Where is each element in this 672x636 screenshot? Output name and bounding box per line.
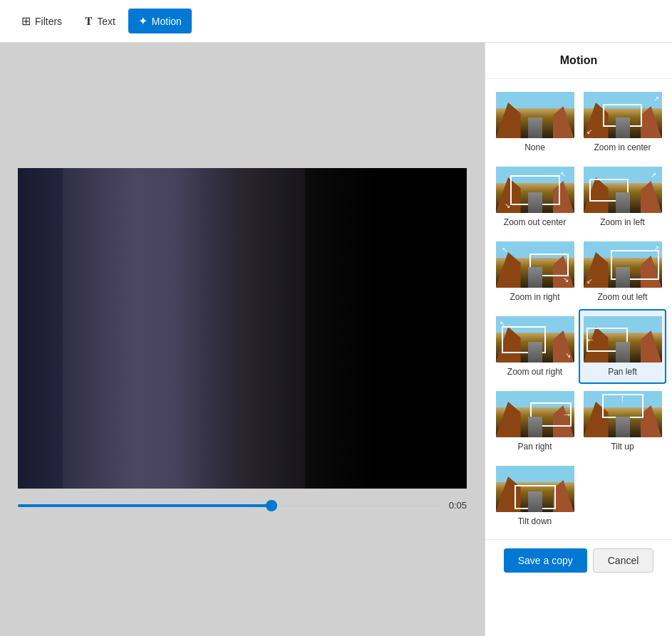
right-panel: Motion None ↗ ↙ — [485, 43, 672, 636]
motion-icon: ✦ — [138, 14, 148, 28]
motion-item-tilt-down[interactable]: ↓ Tilt down — [491, 459, 579, 533]
motion-label-zoom-out-right: Zoom out right — [507, 367, 562, 377]
timeline: 0:05 — [18, 500, 467, 511]
motion-item-zoom-in-left[interactable]: ↗ Zoom in left — [579, 160, 666, 234]
motion-thumb-zoom-out-left: ↗ ↙ — [584, 241, 662, 288]
motion-thumb-tilt-up: ↑ — [584, 391, 662, 437]
motion-label-zoom-in-center: Zoom in center — [594, 142, 651, 152]
motion-item-pan-right[interactable]: → Pan right — [491, 384, 579, 459]
motion-thumb-pan-left: ← — [584, 316, 662, 363]
motion-thumb-zoom-in-center: ↗ ↙ — [584, 92, 662, 138]
motion-label-zoom-out-center: Zoom out center — [504, 217, 566, 227]
motion-item-zoom-in-center[interactable]: ↗ ↙ Zoom in center — [579, 85, 666, 160]
motion-label-tilt-down: Tilt down — [518, 516, 552, 526]
scrubber-thumb[interactable] — [266, 500, 277, 511]
filters-button[interactable]: ⊞ Filters — [11, 9, 72, 33]
toolbar: ⊞ Filters 𝐓 Text ✦ Motion — [0, 0, 672, 43]
panel-bottom: Save a copy Cancel — [485, 539, 672, 581]
motion-label-pan-right: Pan right — [517, 442, 552, 452]
panel-title: Motion — [485, 43, 672, 79]
time-label: 0:05 — [449, 500, 467, 511]
motion-thumb-zoom-in-right: ↖ ↘ — [496, 241, 574, 288]
cancel-button[interactable]: Cancel — [593, 548, 654, 573]
video-container — [18, 168, 467, 489]
motion-label-zoom-out-left: Zoom out left — [597, 292, 647, 302]
filters-label: Filters — [35, 16, 62, 27]
motion-thumb-pan-right: → — [496, 391, 574, 437]
motion-item-pan-left[interactable]: ← Pan left — [579, 309, 666, 384]
scrubber-track[interactable] — [18, 504, 440, 507]
motion-item-zoom-out-left[interactable]: ↗ ↙ Zoom out left — [579, 234, 666, 309]
motion-item-none[interactable]: None — [491, 85, 579, 160]
save-copy-button[interactable]: Save a copy — [504, 548, 587, 573]
motion-item-zoom-out-right[interactable]: ↘ ↖ Zoom out right — [491, 309, 579, 384]
filters-icon: ⊞ — [21, 14, 31, 28]
motion-thumb-zoom-in-left: ↗ — [584, 167, 662, 213]
motion-label-tilt-up: Tilt up — [611, 442, 634, 452]
motion-label-none: None — [524, 142, 545, 152]
motion-thumb-zoom-out-right: ↘ ↖ — [496, 316, 574, 363]
scrubber-fill — [18, 504, 272, 507]
motion-thumb-zoom-out-center: ↖ ↘ — [496, 167, 574, 213]
motion-thumb-none — [496, 92, 574, 138]
motion-button[interactable]: ✦ Motion — [128, 9, 192, 33]
motion-label: Motion — [152, 16, 182, 27]
main-area: 0:05 Motion None ↗ — [0, 43, 672, 636]
motion-thumb-tilt-down: ↓ — [496, 466, 574, 512]
motion-label-zoom-in-right: Zoom in right — [510, 292, 559, 302]
video-area: 0:05 — [0, 43, 485, 636]
video-preview — [18, 168, 467, 489]
motion-grid: None ↗ ↙ Zoom in center — [485, 79, 672, 539]
motion-item-zoom-in-right[interactable]: ↖ ↘ Zoom in right — [491, 234, 579, 309]
text-button[interactable]: 𝐓 Text — [75, 9, 125, 33]
text-icon: 𝐓 — [85, 15, 93, 28]
text-label: Text — [97, 16, 115, 27]
motion-item-zoom-out-center[interactable]: ↖ ↘ Zoom out center — [491, 160, 579, 234]
motion-label-zoom-in-left: Zoom in left — [600, 217, 645, 227]
motion-item-tilt-up[interactable]: ↑ Tilt up — [579, 384, 666, 459]
motion-label-pan-left: Pan left — [608, 367, 637, 377]
